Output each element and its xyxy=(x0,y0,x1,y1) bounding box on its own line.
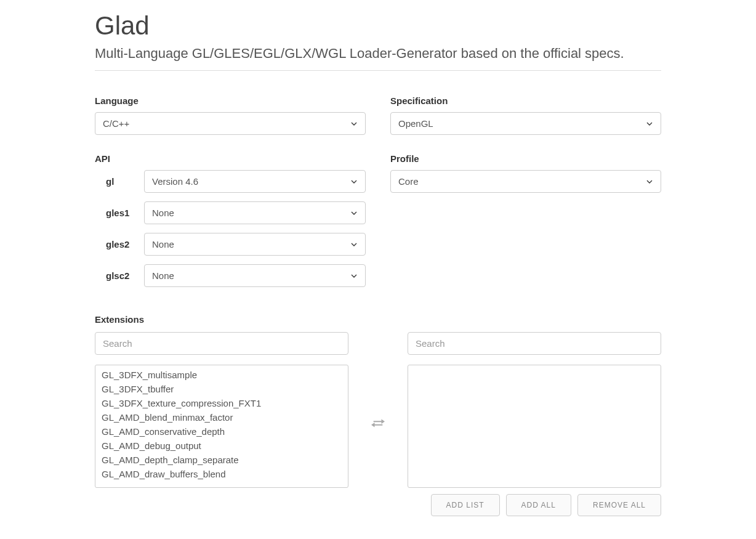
api-gles2-label: gles2 xyxy=(95,239,144,249)
swap-icon xyxy=(371,418,385,431)
api-gles1-label: gles1 xyxy=(95,208,144,218)
specification-label: Specification xyxy=(390,95,661,106)
list-item[interactable]: GL_AMD_depth_clamp_separate xyxy=(95,453,348,467)
api-gles1-select[interactable]: None xyxy=(144,201,366,224)
api-label: API xyxy=(95,153,366,164)
profile-select[interactable]: Core xyxy=(390,170,661,193)
list-item[interactable]: GL_AMD_draw_buffers_blend xyxy=(95,467,348,481)
list-item[interactable]: GL_3DFX_tbuffer xyxy=(95,382,348,396)
extensions-available-list[interactable]: GL_3DFX_multisample GL_3DFX_tbuffer GL_3… xyxy=(95,365,348,488)
extensions-search-selected[interactable] xyxy=(408,332,661,355)
list-item[interactable]: GL_AMD_conservative_depth xyxy=(95,424,348,439)
page-title: Glad xyxy=(95,11,661,41)
extensions-search-available[interactable] xyxy=(95,332,348,355)
list-item[interactable]: GL_3DFX_texture_compression_FXT1 xyxy=(95,396,348,410)
language-select[interactable]: C/C++ xyxy=(95,112,366,135)
extensions-label: Extensions xyxy=(95,314,661,325)
api-gles2-select[interactable]: None xyxy=(144,233,366,256)
page-subtitle: Multi-Language GL/GLES/EGL/GLX/WGL Loade… xyxy=(95,46,661,71)
api-glsc2-label: glsc2 xyxy=(95,270,144,281)
api-gl-select[interactable]: Version 4.6 xyxy=(144,170,366,193)
add-all-button[interactable]: ADD ALL xyxy=(506,494,571,516)
remove-all-button[interactable]: REMOVE ALL xyxy=(577,494,661,516)
list-item[interactable]: GL_AMD_debug_output xyxy=(95,439,348,453)
list-item[interactable]: GL_AMD_blend_minmax_factor xyxy=(95,410,348,424)
add-list-button[interactable]: ADD LIST xyxy=(431,494,500,516)
api-glsc2-select[interactable]: None xyxy=(144,264,366,287)
profile-label: Profile xyxy=(390,153,661,164)
list-item[interactable]: GL_3DFX_multisample xyxy=(95,368,348,382)
extensions-selected-list[interactable] xyxy=(408,365,661,488)
specification-select[interactable]: OpenGL xyxy=(390,112,661,135)
api-gl-label: gl xyxy=(95,176,144,187)
language-label: Language xyxy=(95,95,366,106)
